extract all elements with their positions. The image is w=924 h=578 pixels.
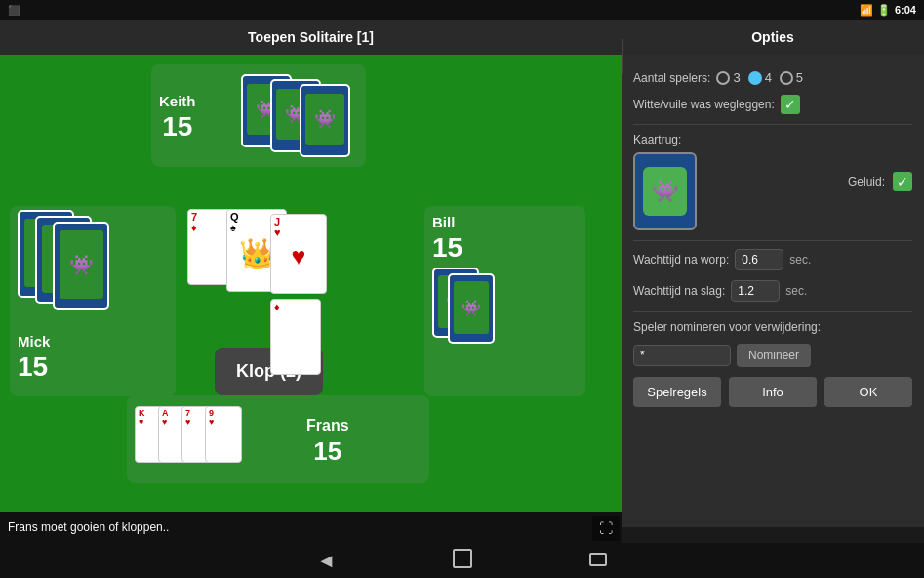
keith-score: 15 (159, 111, 196, 143)
frans-cards: K♥ A♥ 7♥ 9♥ (135, 406, 301, 473)
spelers-row: Aantal spelers: 3 4 5 (633, 70, 912, 85)
mick-card-3: 👾 (53, 222, 109, 310)
franc-card-9: 9♥ (205, 406, 242, 463)
status-message: Frans moet gooien of kloppen.. (8, 520, 169, 534)
keith-cards: 👾 👾 👾 (241, 74, 358, 157)
recents-button[interactable] (589, 551, 607, 571)
kaartrug-left: Kaartrug: 👾 (633, 133, 697, 230)
fullscreen-icon: ⛶ (599, 520, 613, 536)
nomineren-input-row: Nomineer (633, 344, 912, 367)
nomineren-input[interactable] (633, 345, 731, 366)
divider-2 (633, 240, 912, 241)
spelers-5-radio[interactable] (780, 71, 793, 85)
sec-label-2: sec. (785, 284, 807, 298)
keith-player-box: Keith 15 👾 👾 👾 (151, 64, 366, 167)
info-button[interactable]: Info (729, 377, 817, 407)
sec-label-1: sec. (789, 253, 811, 267)
spelers-4-label: 4 (765, 70, 772, 85)
kaartrug-preview[interactable]: 👾 (633, 152, 697, 230)
wachttijd-worp-row: Wachttijd na worp: sec. (633, 249, 912, 270)
recents-icon (589, 553, 607, 566)
back-button[interactable]: ◄ (317, 550, 337, 572)
geluid-checkbox[interactable]: ✓ (893, 172, 912, 191)
wachttijd-worp-label: Wachttijd na worp: (633, 253, 729, 267)
nav-bar: ◄ (0, 543, 924, 578)
spelers-4-option[interactable]: 4 (748, 70, 772, 85)
spelers-3-radio[interactable] (716, 71, 730, 85)
status-left-icons: ⬛ (8, 5, 20, 16)
bill-cards: 👾 👾 (432, 268, 549, 355)
bill-player-box: Bill 15 👾 👾 (424, 206, 585, 396)
divider-1 (633, 124, 912, 125)
options-panel-title: Opties (622, 29, 924, 45)
nomineren-label-row: Speler nomineren voor verwijdering: (633, 320, 912, 334)
app-icon: ⬛ (8, 5, 20, 16)
witte-label: Witte/vuile was wegleggen: (633, 98, 775, 111)
home-icon (453, 549, 472, 568)
spelers-radio-group[interactable]: 3 4 5 (716, 70, 803, 85)
spelers-5-option[interactable]: 5 (780, 70, 803, 85)
mick-score: 15 (18, 351, 48, 383)
spelers-label: Aantal spelers: (633, 71, 710, 85)
mick-player-box: 👾 👾 👾 Mick 15 (10, 206, 176, 396)
clock: 6:04 (895, 4, 916, 16)
divider-3 (633, 311, 912, 312)
frans-info: Frans 15 (306, 413, 349, 467)
keith-info: Keith 15 (159, 89, 196, 143)
geluid-row: Geluid: ✓ (848, 172, 912, 191)
status-bar: ⬛ 📶 🔋 6:04 (0, 0, 924, 20)
fullscreen-button[interactable]: ⛶ (592, 516, 620, 541)
bottom-status-bar: Frans moet gooien of kloppen.. ⛶ (0, 512, 622, 543)
spelers-4-radio[interactable] (748, 71, 762, 85)
spelers-3-label: 3 (733, 70, 740, 85)
wachttijd-slag-label: Wachttijd na slag: (633, 284, 725, 298)
frans-score: 15 (306, 436, 349, 467)
signal-icon: 📶 (860, 4, 873, 17)
keith-name: Keith (159, 89, 196, 111)
keith-card-3: 👾 (300, 84, 350, 157)
geluid-label: Geluid: (848, 175, 885, 188)
kaartrug-label: Kaartrug: (633, 133, 697, 146)
title-divider (622, 39, 623, 74)
frans-player-box: K♥ A♥ 7♥ 9♥ Frans 15 (127, 395, 429, 483)
kaartrug-monster: 👾 (643, 167, 687, 216)
home-button[interactable] (453, 549, 472, 573)
wachttijd-slag-row: Wachttijd na slag: sec. (633, 280, 912, 302)
ok-button[interactable]: OK (824, 377, 912, 407)
game-title: Toepen Solitaire [1] (0, 29, 622, 45)
bill-score: 15 (432, 232, 462, 264)
status-right-icons: 📶 🔋 6:04 (860, 4, 916, 17)
card-lower-1: ♦ (270, 299, 321, 375)
bill-card-2: 👾 (448, 273, 495, 344)
game-area: Keith 15 👾 👾 👾 👾 👾 👾 (0, 55, 622, 527)
battery-icon: 🔋 (877, 4, 891, 17)
frans-name: Frans (306, 413, 349, 436)
kaartrug-section: Kaartrug: 👾 Geluid: ✓ (633, 133, 912, 230)
mick-cards: 👾 👾 👾 (18, 210, 169, 327)
wachttijd-worp-input[interactable] (735, 249, 783, 270)
wachttijd-slag-input[interactable] (731, 280, 780, 302)
nomineren-label: Speler nomineren voor verwijdering: (633, 320, 821, 334)
card-jack-hearts: J♥ ♥ (270, 214, 327, 294)
witte-checkbox[interactable]: ✓ (781, 95, 800, 114)
geluid-section: Geluid: ✓ (848, 172, 912, 191)
options-panel: Aantal spelers: 3 4 5 Witte/vuile was we… (622, 55, 924, 527)
bill-name: Bill (432, 210, 455, 232)
witte-row: Witte/vuile was wegleggen: ✓ (633, 95, 912, 114)
spelers-3-option[interactable]: 3 (716, 70, 740, 85)
action-buttons: Spelregels Info OK (633, 377, 912, 407)
title-bar: Toepen Solitaire [1] Opties (0, 20, 924, 55)
back-icon: ◄ (317, 550, 337, 571)
mick-name: Mick (18, 329, 50, 351)
spelregels-button[interactable]: Spelregels (633, 377, 721, 407)
nomineer-button[interactable]: Nomineer (737, 344, 811, 367)
spelers-5-label: 5 (796, 70, 803, 85)
